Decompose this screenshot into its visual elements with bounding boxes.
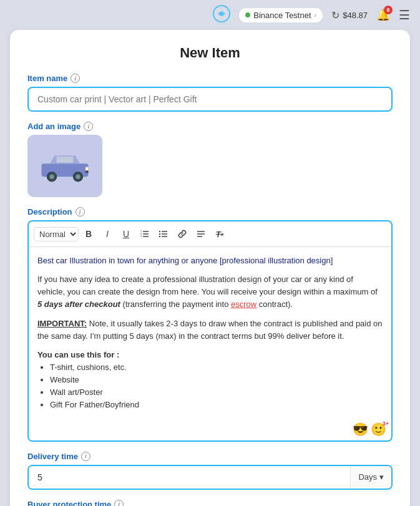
svg-rect-3	[57, 157, 74, 163]
description-content[interactable]: Best car Illustration in town for anythi…	[29, 247, 391, 419]
svg-point-19	[159, 231, 160, 232]
app-logo[interactable]	[213, 5, 230, 25]
description-label: Description i	[27, 207, 393, 217]
svg-rect-8	[85, 167, 89, 171]
align-button[interactable]	[192, 225, 210, 243]
buyer-protection-label: Buyer protection time i	[27, 500, 393, 506]
network-label: Binance Testnet	[253, 11, 311, 20]
delivery-time-input[interactable]	[29, 466, 350, 489]
refresh-icon[interactable]: ↻	[331, 9, 339, 21]
description-editor: Normal B I U 1 2 3	[27, 220, 393, 442]
editor-footer: 😎 🙂3+	[29, 419, 391, 440]
balance-value: $48.87	[343, 11, 368, 20]
description-use-list: You can use this for : T-shirt, cushions…	[37, 349, 383, 412]
item-name-label: Item name i	[27, 74, 393, 83]
buyer-protection-info-icon[interactable]: i	[114, 500, 124, 506]
description-important: IMPORTANT: Note, it usually takes 2-3 da…	[37, 318, 383, 343]
svg-point-7	[76, 175, 81, 180]
bold-button[interactable]: B	[80, 225, 97, 243]
delivery-time-info-icon[interactable]: i	[81, 452, 90, 461]
balance-area: ↻ $48.87	[331, 9, 368, 21]
description-line2: If you have any idea to create a profess…	[37, 273, 383, 311]
emoji-3d[interactable]: 🙂3+	[371, 422, 386, 437]
svg-point-20	[159, 233, 160, 235]
image-thumbnail[interactable]	[27, 135, 102, 197]
description-line1: Best car Illustration in town for anythi…	[37, 255, 383, 267]
navbar: Binance Testnet › ↻ $48.87 🔔 6 ☰	[0, 0, 420, 30]
delivery-time-field: Days ▾	[27, 465, 393, 490]
network-chevron-icon: ›	[315, 11, 317, 19]
new-item-form-card: New Item Item name i Add an image i	[10, 30, 410, 506]
svg-text:3: 3	[140, 235, 142, 238]
ordered-list-button[interactable]: 1 2 3	[136, 225, 154, 243]
svg-point-5	[49, 175, 54, 180]
network-selector[interactable]: Binance Testnet ›	[239, 8, 323, 22]
hamburger-menu-icon[interactable]: ☰	[399, 7, 410, 22]
add-image-info-icon[interactable]: i	[84, 122, 93, 131]
description-info-icon[interactable]: i	[76, 207, 85, 217]
item-name-input[interactable]	[27, 87, 393, 112]
delivery-unit-select[interactable]: Days ▾	[350, 466, 391, 488]
use-list-item: Wall art/Poster	[50, 386, 383, 399]
emoji-sunglasses[interactable]: 😎	[353, 422, 368, 437]
svg-point-1	[220, 12, 223, 16]
italic-button[interactable]: I	[99, 225, 116, 243]
delivery-unit-chevron-icon: ▾	[379, 472, 384, 482]
add-image-label: Add an image i	[27, 122, 393, 131]
use-list-item: T-shirt, cushions, etc.	[50, 361, 383, 374]
svg-point-21	[159, 236, 160, 237]
use-list-item: Gift For Father/Boyfriend	[50, 399, 383, 411]
clear-format-button[interactable]: Tx	[211, 225, 228, 243]
link-button[interactable]	[173, 225, 191, 243]
notification-badge: 6	[384, 6, 393, 14]
text-style-select[interactable]: Normal	[34, 227, 79, 241]
item-name-info-icon[interactable]: i	[71, 74, 80, 83]
unordered-list-button[interactable]	[155, 225, 172, 243]
notification-bell[interactable]: 🔔 6	[376, 8, 390, 22]
svg-rect-9	[85, 171, 89, 173]
network-status-dot	[245, 12, 250, 17]
delivery-unit-label: Days	[358, 472, 377, 482]
use-list-item: Website	[50, 374, 383, 386]
delivery-time-label: Delivery time i	[27, 452, 393, 461]
page-title: New Item	[27, 45, 393, 61]
editor-toolbar: Normal B I U 1 2 3	[29, 221, 391, 247]
underline-button[interactable]: U	[117, 225, 135, 243]
